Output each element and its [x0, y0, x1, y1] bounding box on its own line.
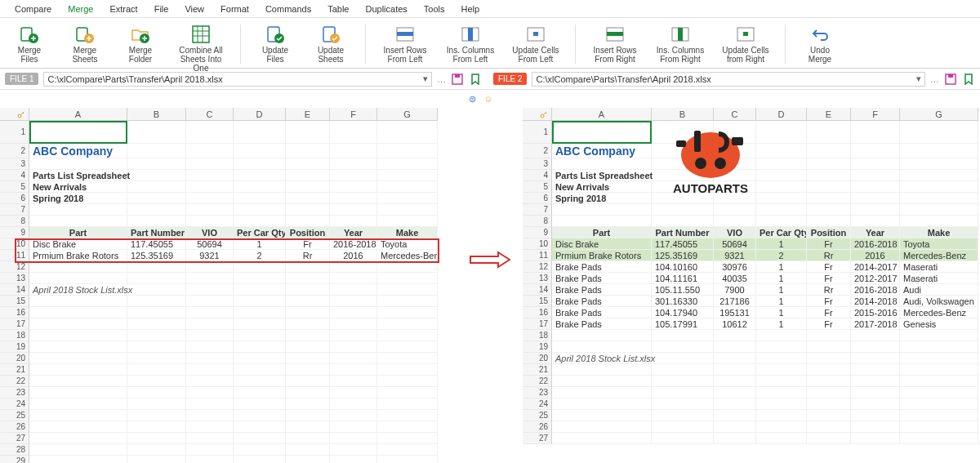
row-header[interactable]: 9: [0, 227, 29, 238]
row-header[interactable]: 15: [523, 296, 552, 307]
save-icon[interactable]: [451, 73, 464, 86]
row-header[interactable]: 4: [523, 170, 552, 181]
grid-left[interactable]: A B C D E F G 1 2ABC Company 3 4Parts Li…: [0, 108, 457, 463]
row-header[interactable]: 27: [0, 433, 29, 444]
row-header[interactable]: 20: [523, 353, 552, 364]
insert-rows-left-button[interactable]: Insert Rows From Left: [376, 21, 434, 64]
company-name[interactable]: ABC Company: [552, 144, 652, 158]
insert-rows-right-button[interactable]: Insert Rows From Right: [586, 21, 644, 64]
cell[interactable]: Brake Pads: [552, 261, 652, 273]
row-header[interactable]: 6: [523, 193, 552, 204]
col-header[interactable]: E: [286, 108, 330, 121]
row-header[interactable]: 23: [0, 387, 29, 398]
cell[interactable]: Spring 2018: [29, 193, 127, 204]
col-header[interactable]: F: [330, 108, 377, 121]
col-header[interactable]: A: [552, 108, 652, 121]
cell[interactable]: Brake Pads: [552, 273, 652, 284]
company-name[interactable]: ABC Company: [29, 144, 127, 158]
cell[interactable]: Disc Brake: [552, 238, 652, 250]
cell[interactable]: April 2018 Stock List.xlsx: [552, 353, 652, 364]
row-header[interactable]: 8: [0, 216, 29, 227]
row-header[interactable]: 10: [523, 238, 552, 250]
menu-tools[interactable]: Tools: [416, 2, 453, 16]
cell[interactable]: Brake Pads: [552, 307, 652, 318]
cell[interactable]: Brake Pads: [552, 318, 652, 330]
undo-merge-button[interactable]: Undo Merge: [795, 21, 844, 64]
dropdown-icon[interactable]: ▾: [423, 73, 428, 84]
row-header[interactable]: 14: [0, 284, 29, 296]
menu-merge[interactable]: Merge: [60, 2, 101, 16]
row-header[interactable]: 21: [0, 364, 29, 376]
col-header[interactable]: E: [807, 108, 851, 121]
row-header[interactable]: 19: [0, 341, 29, 353]
merge-sheets-button[interactable]: Merge Sheets: [60, 21, 109, 64]
menu-table[interactable]: Table: [319, 2, 357, 16]
merge-files-button[interactable]: Merge Files: [5, 21, 54, 64]
row-header[interactable]: 19: [523, 341, 552, 353]
smile-icon[interactable]: ☺: [482, 92, 495, 105]
col-header[interactable]: F: [851, 108, 900, 121]
row-header[interactable]: 29: [0, 456, 29, 463]
cell[interactable]: Prmium Brake Rotors: [552, 250, 652, 261]
equals-icon[interactable]: ⊜: [466, 92, 479, 105]
menu-compare[interactable]: Compare: [7, 2, 60, 16]
row-header[interactable]: 25: [523, 410, 552, 421]
row-header[interactable]: 25: [0, 410, 29, 421]
combine-all-button[interactable]: Combine All Sheets Into One: [172, 21, 230, 73]
row-header[interactable]: 9: [523, 227, 552, 238]
col-header[interactable]: B: [127, 108, 186, 121]
select-all-corner[interactable]: [0, 108, 29, 121]
row-header[interactable]: 8: [523, 216, 552, 227]
menu-commands[interactable]: Commands: [257, 2, 319, 16]
menu-help[interactable]: Help: [453, 2, 488, 16]
row-header[interactable]: 23: [523, 387, 552, 398]
dropdown-icon[interactable]: ▾: [916, 73, 921, 84]
row-header[interactable]: 2: [0, 144, 29, 158]
menu-view[interactable]: View: [176, 2, 212, 16]
cell[interactable]: [29, 121, 127, 144]
row-header[interactable]: 5: [0, 181, 29, 193]
row-header[interactable]: 5: [523, 181, 552, 193]
row-header[interactable]: 27: [523, 433, 552, 444]
cell[interactable]: Brake Pads: [552, 296, 652, 307]
header-cell[interactable]: Part: [29, 227, 127, 238]
menu-file[interactable]: File: [146, 2, 177, 16]
ins-columns-right-button[interactable]: Ins. Columns From Right: [651, 21, 710, 64]
cell[interactable]: April 2018 Stock List.xlsx: [29, 284, 127, 296]
row-header[interactable]: 3: [523, 158, 552, 170]
ellipsis-icon[interactable]: …: [437, 74, 446, 84]
row-header[interactable]: 11: [0, 250, 29, 261]
file2-path[interactable]: C:\xlCompare\Parts\Transfer\April 2018.x…: [532, 72, 925, 87]
row-header[interactable]: 26: [0, 421, 29, 433]
row-header[interactable]: 16: [523, 307, 552, 318]
row-header[interactable]: 28: [0, 444, 29, 456]
row-header[interactable]: 21: [523, 364, 552, 376]
row-header[interactable]: 16: [0, 307, 29, 318]
row-header[interactable]: 18: [523, 330, 552, 341]
cell[interactable]: Spring 2018: [552, 193, 652, 204]
col-header[interactable]: B: [652, 108, 714, 121]
row-header[interactable]: 15: [0, 296, 29, 307]
row-header[interactable]: 12: [0, 261, 29, 273]
select-all-corner[interactable]: [523, 108, 552, 121]
row-header[interactable]: 1: [0, 121, 29, 144]
cell[interactable]: [552, 121, 652, 144]
cell[interactable]: New Arrivals: [552, 181, 652, 193]
update-cells-right-button[interactable]: Update Cells from Right: [716, 21, 775, 64]
col-header[interactable]: D: [756, 108, 807, 121]
col-header[interactable]: G: [900, 108, 978, 121]
menu-duplicates[interactable]: Duplicates: [357, 2, 415, 16]
save-icon[interactable]: [944, 73, 957, 86]
menu-extract[interactable]: Extract: [101, 2, 145, 16]
row-header[interactable]: 17: [0, 318, 29, 330]
row-header[interactable]: 12: [523, 261, 552, 273]
row-header[interactable]: 11: [523, 250, 552, 261]
row-header[interactable]: 18: [0, 330, 29, 341]
row-header[interactable]: 17: [523, 318, 552, 330]
bookmark-icon[interactable]: [469, 73, 482, 86]
row-header[interactable]: 24: [0, 398, 29, 410]
header-cell[interactable]: Part: [552, 227, 652, 238]
menu-format[interactable]: Format: [212, 2, 257, 16]
row-header[interactable]: 7: [0, 204, 29, 216]
col-header[interactable]: G: [377, 108, 438, 121]
